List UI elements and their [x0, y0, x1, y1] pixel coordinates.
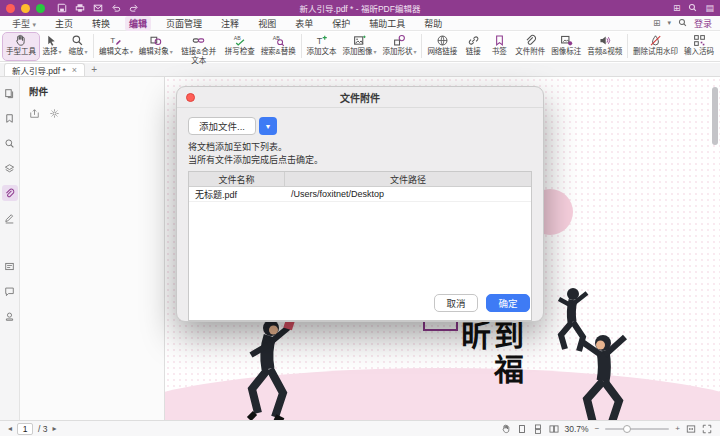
sidebar-toggle-icon[interactable]: ▤ — [705, 3, 714, 13]
layout-grid-icon[interactable]: ⊞ — [673, 3, 681, 13]
tab-page-management[interactable]: 页面管理 — [162, 16, 206, 31]
tool-hand[interactable]: 手型工具 — [3, 33, 39, 60]
tool-file-attachment[interactable]: 文件附件 — [512, 33, 548, 60]
tab-protect[interactable]: 保护 — [328, 16, 354, 31]
fields-panel-icon[interactable] — [2, 258, 18, 274]
vertical-scrollbar[interactable] — [712, 83, 718, 414]
attachments-panel-icon[interactable] — [2, 185, 18, 201]
foxit-pdf-editor-window: 新人引导.pdf * - 福昕PDF编辑器 ⊞ ▤ 手型 ▾ 主页 转换 编辑 … — [0, 0, 720, 436]
ribbon-separator — [301, 34, 302, 58]
column-header-file-name[interactable]: 文件名称 — [189, 172, 285, 186]
zoom-window-button[interactable] — [36, 4, 45, 13]
zoom-percentage[interactable]: 30.7% — [565, 424, 589, 434]
tool-bookmark[interactable]: 书签 — [486, 33, 512, 60]
tool-edit-object[interactable]: 编辑对象▾ — [136, 33, 176, 60]
zoom-slider-thumb[interactable] — [623, 425, 631, 433]
hint-line-2: 当所有文件添加完成后点击确定。 — [188, 154, 532, 167]
edit-object-icon — [149, 34, 162, 47]
qr-code-icon — [693, 34, 706, 47]
tab-convert[interactable]: 转换 — [88, 16, 114, 31]
tab-edit[interactable]: 编辑 — [125, 16, 151, 31]
fullscreen-icon[interactable] — [702, 424, 712, 434]
tool-link-merge-text[interactable]: 链接&合并文本 — [176, 33, 222, 60]
tool-add-shape[interactable]: 添加形状▾ — [379, 33, 419, 60]
ribbon-separator — [627, 34, 628, 58]
tool-add-text[interactable]: T 添加文本 — [304, 33, 340, 60]
next-page-button[interactable]: ▸ — [52, 424, 56, 433]
add-file-button[interactable]: 添加文件... — [188, 117, 256, 135]
add-text-icon: T — [315, 34, 328, 47]
single-page-view-icon[interactable] — [517, 424, 527, 434]
signature-panel-icon[interactable] — [2, 210, 18, 226]
tool-spell-check[interactable]: AB 拼写检查 — [222, 33, 258, 60]
bookmark-icon — [493, 34, 506, 47]
tab-home[interactable]: 主页 — [51, 16, 77, 31]
login-button[interactable]: 登录 — [694, 17, 712, 30]
add-file-dropdown-button[interactable]: ▼ — [259, 117, 277, 135]
tool-link[interactable]: 链接 — [460, 33, 486, 60]
tool-image-annotation[interactable]: 图像标注 — [548, 33, 584, 60]
save-icon[interactable] — [57, 3, 67, 13]
document-tab[interactable]: 新人引导.pdf * × — [4, 63, 85, 76]
scrollbar-thumb[interactable] — [712, 87, 718, 145]
tab-accessibility[interactable]: 辅助工具 — [365, 16, 409, 31]
tab-help[interactable]: 帮助 — [420, 16, 446, 31]
dialog-hint-text: 将文档添加至如下列表。 当所有文件添加完成后点击确定。 — [188, 141, 532, 167]
dialog-close-button[interactable] — [186, 93, 195, 102]
tab-view[interactable]: 视图 — [254, 16, 280, 31]
new-tab-button[interactable]: + — [91, 64, 97, 75]
tool-remove-trial-watermark[interactable]: 删除试用水印 — [630, 33, 681, 60]
tab-comment[interactable]: 注释 — [217, 16, 243, 31]
tab-hand-mode[interactable]: 手型 ▾ — [8, 16, 40, 31]
zoom-out-button[interactable]: − — [595, 424, 600, 433]
spell-check-icon: AB — [233, 34, 246, 47]
fit-width-icon[interactable] — [686, 424, 696, 434]
tool-select[interactable]: 选择▾ — [39, 33, 65, 60]
close-tab-icon[interactable]: × — [72, 65, 77, 75]
previous-page-button[interactable]: ◂ — [8, 424, 12, 433]
table-row[interactable]: 无标题.pdf /Users/foxitnet/Desktop — [189, 187, 531, 202]
navigation-icon-strip — [0, 77, 20, 420]
search-icon[interactable] — [688, 3, 697, 14]
ribbon-layout-icon[interactable]: ⊞ — [653, 18, 661, 28]
audio-video-icon — [598, 34, 611, 47]
tool-enter-code[interactable]: 输入活码 — [681, 33, 717, 60]
layers-panel-icon[interactable] — [2, 160, 18, 176]
bookmarks-panel-icon[interactable] — [2, 110, 18, 126]
search-panel-icon[interactable] — [2, 135, 18, 151]
email-icon[interactable] — [93, 3, 103, 13]
undo-icon[interactable] — [111, 3, 121, 13]
tool-edit-text[interactable]: T 编辑文本▾ — [96, 33, 136, 60]
print-icon[interactable] — [75, 3, 85, 13]
redo-icon[interactable] — [129, 3, 139, 13]
cancel-button[interactable]: 取消 — [434, 294, 478, 312]
tool-add-image[interactable]: 添加图像▾ — [340, 33, 380, 60]
attachment-settings-icon[interactable] — [49, 105, 60, 123]
search-icon[interactable] — [678, 18, 687, 29]
page-thumbnails-icon[interactable] — [2, 85, 18, 101]
panel-actions — [29, 105, 155, 123]
tool-web-link[interactable]: 网络链接 — [424, 33, 460, 60]
current-page-input[interactable]: 1 — [17, 423, 33, 435]
zoom-in-button[interactable]: + — [675, 424, 680, 433]
comments-panel-icon[interactable] — [2, 283, 18, 299]
open-attachment-icon[interactable] — [29, 105, 40, 123]
attachments-panel: 附件 — [20, 77, 165, 420]
remove-watermark-icon — [649, 34, 662, 47]
chevron-down-icon[interactable]: ▾ — [667, 19, 671, 27]
ribbon-separator — [93, 34, 94, 58]
minimize-window-button[interactable] — [21, 4, 30, 13]
tab-form[interactable]: 表单 — [291, 16, 317, 31]
column-header-file-path[interactable]: 文件路径 — [285, 172, 531, 186]
zoom-slider[interactable] — [605, 428, 669, 430]
facing-view-icon[interactable] — [549, 424, 559, 434]
tool-audio-video[interactable]: 音频&视频 — [584, 33, 625, 60]
tool-search-replace[interactable]: AB 搜索&替换 — [258, 33, 299, 60]
cursor-icon — [45, 34, 58, 47]
ok-button[interactable]: 确定 — [486, 294, 530, 312]
close-window-button[interactable] — [6, 4, 15, 13]
hand-mode-icon[interactable] — [501, 424, 511, 434]
stamps-panel-icon[interactable] — [2, 308, 18, 324]
continuous-view-icon[interactable] — [533, 424, 543, 434]
tool-zoom[interactable]: 缩放▾ — [65, 33, 91, 60]
